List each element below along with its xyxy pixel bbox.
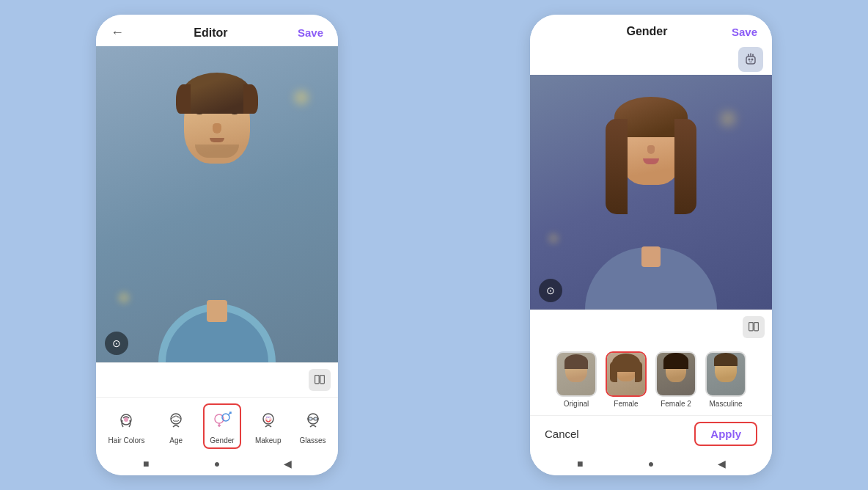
ai-icon[interactable] (738, 47, 763, 72)
svg-point-9 (263, 414, 273, 424)
svg-point-11 (269, 418, 272, 421)
gender-thumb-female (606, 351, 647, 397)
save-button-right[interactable]: Save (732, 26, 757, 38)
ai-icon-area (530, 44, 772, 75)
gender-icon (209, 408, 235, 434)
tool-glasses[interactable]: Glasses (295, 405, 330, 447)
back-button[interactable]: ← (111, 25, 124, 40)
makeup-label: Makeup (255, 436, 282, 445)
photo-area-left: ⊙ (96, 46, 338, 362)
gender-thumb-original (556, 351, 597, 397)
gender-option-female2[interactable]: Female 2 (655, 351, 696, 408)
hair-colors-icon (113, 408, 139, 434)
svg-point-26 (750, 54, 751, 55)
svg-rect-28 (754, 323, 759, 331)
cancel-button[interactable]: Cancel (545, 428, 579, 440)
photo-area-right: ⊙ (530, 75, 772, 310)
svg-rect-13 (309, 417, 312, 420)
camera-button-left[interactable]: ⊙ (105, 332, 128, 355)
gender-label-masculine: Masculine (709, 400, 742, 408)
svg-point-3 (124, 417, 128, 422)
makeup-icon (255, 408, 282, 434)
editor-title: Editor (194, 26, 227, 40)
svg-rect-0 (315, 376, 320, 384)
gender-option-masculine[interactable]: Masculine (705, 351, 746, 408)
svg-point-4 (171, 414, 181, 424)
hair-female-left (606, 119, 628, 214)
svg-point-20 (751, 59, 754, 61)
camera-button-right[interactable]: ⊙ (539, 279, 562, 302)
sys-circle-left[interactable]: ● (210, 456, 224, 471)
right-phone: Gender Save (530, 15, 772, 475)
gender-thumb-female2 (655, 351, 696, 397)
hair-colors-label: Hair Colors (108, 436, 144, 445)
tool-makeup[interactable]: Makeup (251, 405, 286, 447)
gender-options-panel: Original Female (530, 344, 772, 415)
age-icon (163, 408, 189, 434)
svg-rect-18 (746, 56, 755, 64)
female-portrait (530, 75, 772, 310)
toolbar-strip-left (96, 362, 338, 397)
sys-square-left[interactable]: ■ (139, 456, 153, 471)
tool-age[interactable]: Age (158, 405, 194, 447)
gender-option-original[interactable]: Original (556, 351, 597, 408)
save-button-left[interactable]: Save (298, 26, 323, 39)
bottom-tools-left: Hair Colors Age (96, 397, 338, 452)
svg-point-25 (752, 54, 754, 56)
sys-back-left[interactable]: ◀ (281, 456, 295, 471)
gender-label-female: Female (614, 400, 638, 408)
right-phone-container: Gender Save (434, 0, 868, 490)
sys-circle-right[interactable]: ● (644, 456, 658, 471)
gender-actions: Cancel Apply (530, 415, 772, 452)
left-header: ← Editor Save (96, 15, 338, 46)
apply-button[interactable]: Apply (694, 422, 757, 446)
svg-rect-14 (314, 417, 317, 420)
system-bar-right: ■ ● ◀ (530, 452, 772, 475)
sys-back-right[interactable]: ◀ (715, 456, 729, 471)
system-bar-left: ■ ● ◀ (96, 452, 338, 475)
gender-label-original: Original (564, 400, 589, 408)
glasses-label: Glasses (299, 436, 326, 445)
gender-label: Gender (210, 436, 234, 445)
hair-male (183, 73, 251, 114)
compare-button-right[interactable] (743, 316, 765, 338)
tool-hair-colors[interactable]: Hair Colors (103, 405, 149, 447)
svg-point-19 (749, 59, 751, 61)
svg-point-24 (748, 54, 749, 56)
left-phone-container: ← Editor Save (0, 0, 434, 490)
right-header: Gender Save (530, 15, 772, 44)
gender-option-female[interactable]: Female (606, 351, 647, 408)
gender-panel-title: Gender (626, 25, 667, 38)
hair-female-right (674, 119, 696, 214)
left-phone: ← Editor Save (96, 15, 338, 475)
glasses-icon (300, 408, 326, 434)
toolbar-strip-right (530, 310, 772, 344)
gender-thumb-masculine (705, 351, 746, 397)
male-portrait (96, 46, 338, 362)
svg-rect-1 (320, 376, 325, 384)
age-label: Age (169, 436, 183, 445)
sys-square-right[interactable]: ■ (573, 456, 587, 471)
svg-point-10 (265, 418, 268, 421)
svg-rect-27 (749, 323, 754, 331)
tool-gender[interactable]: Gender (203, 403, 241, 449)
gender-label-female2: Female 2 (661, 400, 691, 408)
compare-button-left[interactable] (309, 369, 331, 391)
